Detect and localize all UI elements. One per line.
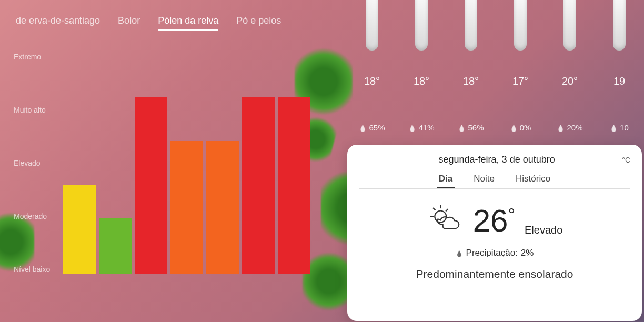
forecast-column[interactable]: 2420°20% bbox=[545, 0, 595, 142]
pollen-tab[interactable]: Pólen da relva bbox=[158, 15, 218, 32]
chart-y-axis-labels: ExtremoMuito altoElevadoModeradoNível ba… bbox=[11, 53, 61, 274]
temp-range-pill bbox=[415, 0, 428, 51]
drop-icon bbox=[510, 123, 518, 132]
forecast-precip: 20% bbox=[557, 123, 582, 132]
chart-bars bbox=[63, 53, 310, 274]
partly-sunny-icon bbox=[427, 202, 464, 240]
chart-bar[interactable] bbox=[99, 218, 132, 274]
chart-y-label: Nível baixo bbox=[11, 265, 61, 274]
forecast-precip: 65% bbox=[359, 123, 385, 132]
forecast-column[interactable]: 18°56% bbox=[446, 0, 496, 142]
detail-temperature: 26° bbox=[473, 205, 515, 237]
drop-icon bbox=[458, 123, 466, 132]
chart-y-label: Muito alto bbox=[11, 106, 61, 114]
temp-range-pill bbox=[514, 0, 527, 51]
forecast-column[interactable]: 18°65% bbox=[347, 0, 397, 142]
temp-range-pill bbox=[366, 0, 378, 51]
svg-line-3 bbox=[433, 208, 435, 210]
divider bbox=[359, 188, 630, 189]
chart-y-label: Extremo bbox=[11, 53, 61, 61]
pollen-tab-bar: de erva-de-santiagoBolorPólen da relvaPó… bbox=[11, 0, 316, 32]
forecast-precip: 41% bbox=[408, 123, 434, 132]
uv-level: Elevado bbox=[525, 224, 562, 236]
forecast-low: 19 bbox=[613, 75, 625, 87]
forecast-low: 18° bbox=[463, 75, 479, 87]
forecast-column[interactable]: 1910 bbox=[595, 0, 644, 142]
temperature-unit[interactable]: °C bbox=[622, 156, 630, 164]
detail-tab[interactable]: Dia bbox=[439, 174, 452, 188]
chart-bar[interactable] bbox=[242, 97, 275, 274]
detail-summary: Predominantemente ensolarado bbox=[416, 268, 573, 280]
chart-y-label: Moderado bbox=[11, 212, 61, 220]
forecast-strip: 18°65%18°41%18°56%17°0%2420°20%1910 bbox=[347, 0, 644, 142]
chart-bar[interactable] bbox=[206, 141, 239, 274]
forecast-low: 18° bbox=[364, 75, 380, 87]
pollen-tab[interactable]: de erva-de-santiago bbox=[16, 15, 100, 32]
forecast-column[interactable]: 18°41% bbox=[397, 0, 446, 142]
drop-icon bbox=[408, 123, 416, 132]
drop-icon bbox=[359, 123, 367, 132]
forecast-precip: 0% bbox=[510, 123, 531, 132]
forecast-precip: 10 bbox=[610, 123, 629, 132]
pollen-chart-area: ExtremoMuito altoElevadoModeradoNível ba… bbox=[11, 53, 316, 305]
chart-bar[interactable] bbox=[278, 97, 310, 274]
detail-date: segunda-feira, 3 de outubro bbox=[371, 154, 622, 165]
forecast-column[interactable]: 17°0% bbox=[496, 0, 545, 142]
detail-tab[interactable]: Noite bbox=[474, 174, 495, 188]
detail-tab-bar: DiaNoiteHistórico bbox=[359, 174, 630, 188]
detail-precipitation: Precipitação: 2% bbox=[456, 248, 534, 258]
pollen-tab[interactable]: Bolor bbox=[118, 15, 140, 32]
chart-bar[interactable] bbox=[63, 185, 96, 274]
day-detail-card: segunda-feira, 3 de outubro °C DiaNoiteH… bbox=[347, 145, 642, 321]
temp-range-pill bbox=[613, 0, 626, 51]
drop-icon bbox=[557, 123, 565, 132]
detail-tab[interactable]: Histórico bbox=[516, 174, 550, 188]
forecast-precip: 56% bbox=[458, 123, 484, 132]
svg-line-4 bbox=[446, 209, 448, 211]
chart-bar[interactable] bbox=[170, 141, 203, 274]
forecast-low: 18° bbox=[414, 75, 429, 87]
forecast-low: 17° bbox=[512, 75, 528, 87]
pollen-chart-panel: de erva-de-santiagoBolorPólen da relvaPó… bbox=[11, 0, 316, 316]
pollen-tab[interactable]: Pó e pelos bbox=[236, 15, 281, 32]
chart-y-label: Elevado bbox=[11, 159, 61, 167]
forecast-low: 20° bbox=[562, 75, 578, 87]
temp-range-pill bbox=[564, 0, 576, 51]
drop-icon bbox=[610, 123, 618, 132]
chart-bar[interactable] bbox=[135, 97, 167, 274]
drop-icon bbox=[456, 248, 463, 258]
temp-range-pill bbox=[465, 0, 477, 51]
